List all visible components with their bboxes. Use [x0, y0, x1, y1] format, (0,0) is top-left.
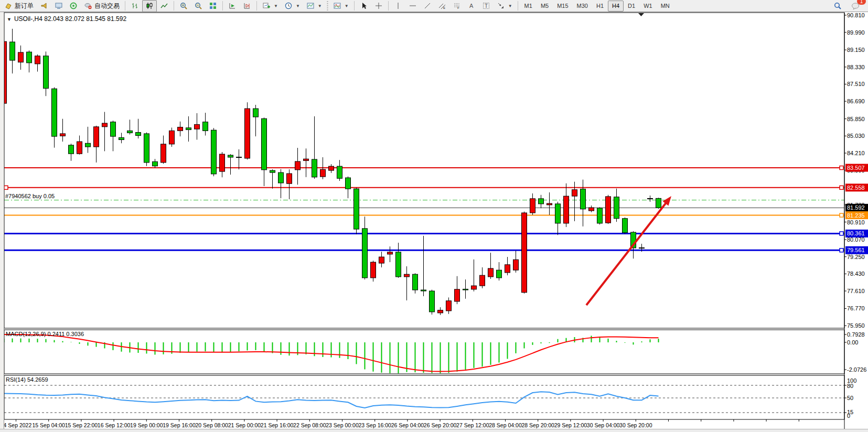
candle-body	[564, 196, 569, 223]
candle-chart-mode-button[interactable]	[142, 0, 157, 12]
line-handle[interactable]	[840, 213, 843, 217]
candle-body	[606, 197, 611, 223]
candle-body	[329, 166, 334, 170]
vertical-line-icon	[394, 2, 402, 10]
tab-timeframe-m1[interactable]: M1	[520, 1, 537, 12]
cursor-tool-button[interactable]	[357, 0, 371, 12]
price-badge-label: 79.561	[847, 247, 865, 253]
price-axis-label: 85.030	[847, 133, 865, 139]
price-badge-label: 83.507	[847, 165, 865, 171]
chat-button[interactable]: 1	[848, 0, 863, 12]
candle-body	[572, 190, 577, 196]
search-icon	[833, 2, 842, 10]
candle-body	[346, 178, 351, 189]
templates-button[interactable]: ▼	[303, 0, 325, 12]
zoom-in-button[interactable]	[176, 0, 191, 12]
candle-body	[413, 274, 418, 290]
line-handle[interactable]	[840, 186, 843, 189]
candle-body	[320, 169, 326, 177]
candle-body	[656, 198, 661, 208]
time-axis-label: 23 Sep 16:00	[358, 422, 391, 428]
autotrading-button[interactable]: 自动交易	[81, 0, 123, 12]
tab-timeframe-h4[interactable]: H4	[608, 1, 624, 12]
candle-body	[136, 133, 141, 136]
fibonacci-tool-button[interactable]: F	[449, 0, 464, 12]
price-axis-label: 86.690	[847, 98, 865, 104]
candle-body	[522, 213, 527, 293]
indicators-button[interactable]: ▼	[330, 0, 352, 12]
tab-timeframe-d1[interactable]: D1	[624, 1, 639, 12]
text-tool-button[interactable]: A	[464, 0, 479, 12]
price-axis-label: 89.990	[847, 29, 865, 36]
crosshair-icon	[374, 2, 383, 10]
price-axis-label: 87.510	[847, 81, 865, 87]
candle-body	[354, 189, 359, 229]
hline-tool-button[interactable]	[405, 0, 420, 12]
new-order-label: 新订单	[15, 2, 34, 10]
shapes-tool-button[interactable]: ▼	[494, 0, 516, 12]
community-button[interactable]	[66, 0, 81, 12]
candle-body	[178, 127, 183, 131]
candle-body	[195, 124, 200, 129]
chart-shift-button[interactable]	[240, 0, 254, 12]
tab-timeframe-m15[interactable]: M15	[553, 1, 572, 12]
candle-body	[77, 142, 82, 154]
new-order-button[interactable]: 新订单	[1, 0, 37, 12]
tab-timeframe-h1[interactable]: H1	[592, 1, 608, 12]
candle-body	[278, 172, 284, 183]
trendline-icon	[423, 2, 432, 10]
new-chart-button[interactable]: ▼	[259, 0, 281, 12]
candle-body	[539, 199, 544, 204]
line-chart-mode-button[interactable]	[157, 0, 172, 12]
tile-windows-button[interactable]	[206, 0, 220, 12]
price-axis-label: 89.150	[847, 47, 865, 53]
price-badge-label: 81.235	[847, 212, 865, 219]
macd-axis-label: -2.0726	[847, 366, 866, 373]
channel-tool-button[interactable]: E	[435, 0, 449, 12]
chart-shift-icon	[243, 2, 251, 10]
window-bottom-bar	[0, 429, 868, 432]
alerts-button[interactable]	[37, 0, 51, 12]
bar-chart-mode-button[interactable]	[127, 0, 142, 12]
window-left-edge	[0, 12, 4, 429]
bar-chart-icon	[131, 2, 139, 10]
one-click-trading-toggle-icon[interactable]: ▼	[7, 17, 12, 22]
price-axis-label: 90.810	[847, 12, 865, 18]
crosshair-tool-button[interactable]	[371, 0, 386, 12]
price-axis-label: 85.850	[847, 116, 865, 122]
tab-timeframe-mn[interactable]: MN	[657, 1, 674, 12]
time-axis-label: 29 Sep 12:00	[554, 422, 587, 428]
candle-body	[270, 170, 275, 172]
candle-body	[253, 109, 259, 117]
candle-body	[304, 159, 309, 160]
periods-button[interactable]: ▼	[281, 0, 303, 12]
zoom-in-icon	[179, 2, 188, 10]
candle-body	[220, 154, 225, 171]
chart-canvas[interactable]: 90.81089.99089.15088.33087.51086.69085.8…	[0, 12, 868, 432]
line-handle[interactable]	[840, 249, 843, 252]
toolbar-drag-handle[interactable]	[326, 1, 329, 10]
trendline-tool-button[interactable]	[420, 0, 435, 12]
candle-body	[505, 265, 510, 273]
line-handle[interactable]	[840, 232, 843, 235]
new-order-icon	[4, 2, 13, 10]
candle-body	[35, 56, 40, 64]
candle-body	[69, 145, 74, 154]
tab-timeframe-m5[interactable]: M5	[537, 1, 553, 12]
separator	[125, 1, 125, 10]
terminal-button[interactable]	[51, 0, 66, 12]
time-axis-label: 26 Sep 20:00	[424, 422, 457, 428]
candle-body	[94, 127, 99, 147]
search-button[interactable]	[830, 0, 845, 12]
label-tool-button[interactable]: T	[479, 0, 494, 12]
line-handle[interactable]	[840, 166, 843, 170]
line-handle[interactable]	[4, 186, 8, 189]
time-axis-label: 19 Sep 00:00	[130, 422, 163, 428]
vline-tool-button[interactable]	[391, 0, 405, 12]
tab-timeframe-m30[interactable]: M30	[573, 1, 592, 12]
timeframe-group: M1M5M15M30H1H4D1W1MN	[520, 1, 674, 12]
zoom-out-button[interactable]	[191, 0, 206, 12]
tab-timeframe-w1[interactable]: W1	[639, 1, 657, 12]
auto-scroll-button[interactable]	[225, 0, 240, 12]
autotrading-label: 自动交易	[94, 2, 120, 10]
